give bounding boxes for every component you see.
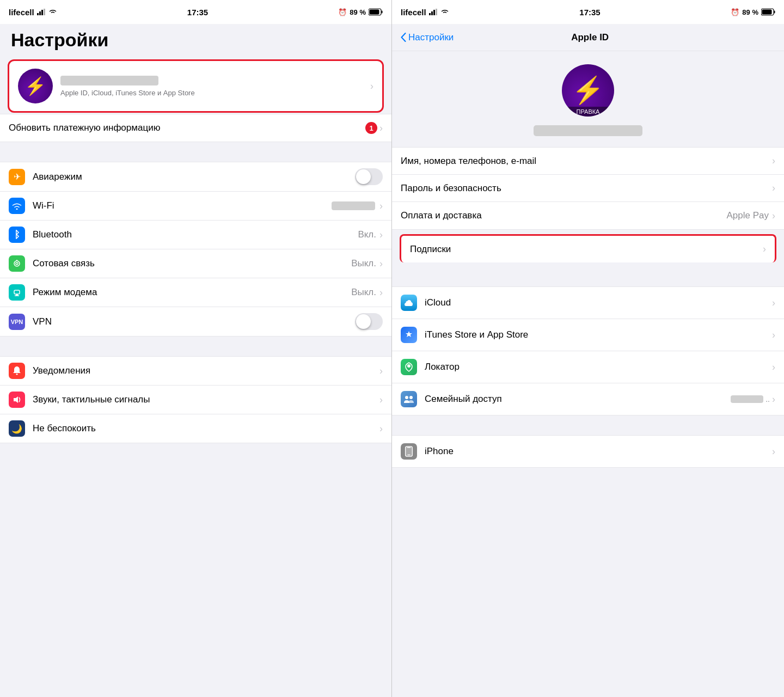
row-password-label: Пароль и безопасность xyxy=(401,183,772,194)
row-payment-value: Apple Pay xyxy=(727,210,769,221)
profile-section: ⚡ ПРАВКА xyxy=(392,51,784,147)
icloud-icon xyxy=(404,299,414,307)
row-notifications[interactable]: Уведомления › xyxy=(0,357,391,386)
row-icloud[interactable]: iCloud › xyxy=(392,287,784,319)
right-panel: lifecell 17:35 ⏰ 89 % xyxy=(392,0,784,697)
left-panel: lifecell 17:35 ⏰ 89 % xyxy=(0,0,392,697)
update-payment-label: Обновить платежную информацию xyxy=(9,123,361,133)
hotspot-icon-box xyxy=(9,284,25,301)
row-findmy[interactable]: Локатор › xyxy=(392,351,784,383)
carrier-right: lifecell xyxy=(401,8,426,17)
badge-count: 1 xyxy=(365,122,377,134)
row-bluetooth[interactable]: ᛒ Bluetooth Вкл. › xyxy=(0,221,391,249)
battery-icon-right xyxy=(761,8,775,16)
battery-icon-left xyxy=(369,8,383,16)
row-sounds[interactable]: Звуки, тактильные сигналы › xyxy=(0,386,391,414)
left-time: 17:35 xyxy=(187,8,208,17)
family-value-blurred xyxy=(731,395,763,403)
dnd-chevron: › xyxy=(379,423,383,435)
subscriptions-row[interactable]: Подписки › xyxy=(400,234,776,262)
row-payment-label: Оплата и доставка xyxy=(401,210,727,221)
vpn-icon-box: VPN xyxy=(9,314,25,330)
apple-id-info: Apple ID, iCloud, iTunes Store и App Sto… xyxy=(60,76,363,97)
row-bluetooth-label: Bluetooth xyxy=(33,229,358,240)
apple-id-card[interactable]: ⚡ Apple ID, iCloud, iTunes Store и App S… xyxy=(8,59,384,113)
right-status-left: lifecell xyxy=(401,8,449,17)
profile-edit-label[interactable]: ПРАВКА xyxy=(562,107,614,117)
row-iphone-label: iPhone xyxy=(425,446,772,457)
airplane-toggle[interactable] xyxy=(355,168,383,185)
wifi-icon-left xyxy=(48,9,57,15)
svg-rect-28 xyxy=(407,454,410,455)
vpn-toggle[interactable] xyxy=(355,313,383,330)
svg-rect-0 xyxy=(37,13,39,15)
row-vpn[interactable]: VPN VPN xyxy=(0,307,391,336)
back-label: Настройки xyxy=(408,32,454,43)
airplane-icon-box: ✈ xyxy=(9,169,25,185)
update-payment-row[interactable]: Обновить платежную информацию 1 › xyxy=(0,114,391,142)
row-findmy-label: Локатор xyxy=(425,362,772,372)
svg-rect-3 xyxy=(44,9,45,15)
wifi-value-blurred xyxy=(332,201,375,210)
svg-rect-16 xyxy=(429,13,431,15)
update-payment-chevron: › xyxy=(379,123,383,134)
wifi-icon-right xyxy=(440,9,449,15)
profile-avatar[interactable]: ⚡ ПРАВКА xyxy=(562,64,614,117)
sounds-icon-box xyxy=(9,392,25,408)
left-status-left: lifecell xyxy=(9,8,57,17)
svg-point-7 xyxy=(16,209,18,210)
svg-rect-22 xyxy=(762,10,772,15)
right-time: 17:35 xyxy=(579,8,600,17)
signal-icon-left xyxy=(37,9,46,15)
right-menu-section: Имя, номера телефонов, e-mail › Пароль и… xyxy=(392,147,784,230)
apple-id-name-blurred xyxy=(60,76,158,85)
row-family[interactable]: Семейный доступ .. › xyxy=(392,383,784,415)
cellular-icon xyxy=(12,260,22,267)
icloud-icon-box xyxy=(401,295,417,311)
row-findmy-chevron: › xyxy=(772,362,775,373)
right-status-bar: lifecell 17:35 ⏰ 89 % xyxy=(392,0,784,24)
notifications-chevron: › xyxy=(379,365,383,377)
signal-icon-right xyxy=(429,9,438,15)
right-gap-2 xyxy=(392,415,784,435)
row-itunes-label: iTunes Store и App Store xyxy=(425,329,772,340)
left-status-right: ⏰ 89 % xyxy=(338,8,383,16)
row-dnd[interactable]: 🌙 Не беспокоить › xyxy=(0,414,391,443)
svg-rect-11 xyxy=(14,290,20,294)
cellular-chevron: › xyxy=(379,258,383,270)
back-button[interactable]: Настройки xyxy=(401,32,454,43)
hotspot-icon xyxy=(12,288,22,297)
alarm-icon-right: ⏰ xyxy=(731,8,739,16)
iphone-device-icon xyxy=(405,446,413,457)
bell-icon xyxy=(13,366,21,376)
bluetooth-chevron: › xyxy=(379,229,383,241)
sounds-chevron: › xyxy=(379,394,383,406)
update-payment-right: 1 › xyxy=(361,122,383,134)
row-password[interactable]: Пароль и безопасность › xyxy=(392,175,784,202)
row-airplane[interactable]: ✈ Авиарежим xyxy=(0,162,391,192)
dnd-icon-box: 🌙 xyxy=(9,420,25,437)
row-payment[interactable]: Оплата и доставка Apple Pay › xyxy=(392,202,784,229)
subscriptions-label: Подписки xyxy=(410,244,763,255)
apple-id-subtitle: Apple ID, iCloud, iTunes Store и App Sto… xyxy=(60,89,363,97)
battery-text-right: 89 % xyxy=(742,8,758,16)
svg-point-9 xyxy=(16,262,18,265)
row-password-chevron: › xyxy=(772,182,775,194)
row-cellular[interactable]: Сотовая связь Выкл. › xyxy=(0,249,391,278)
family-icon-box xyxy=(401,391,417,407)
row-wifi-label: Wi-Fi xyxy=(33,200,332,211)
row-iphone[interactable]: iPhone › xyxy=(392,436,784,467)
profile-name-blurred xyxy=(534,125,642,136)
row-name-phones[interactable]: Имя, номера телефонов, e-mail › xyxy=(392,148,784,175)
row-hotspot[interactable]: Режим модема Выкл. › xyxy=(0,278,391,307)
appstore-icon-box xyxy=(401,327,417,343)
row-cellular-value: Выкл. xyxy=(351,258,376,269)
row-wifi[interactable]: Wi-Fi › xyxy=(0,192,391,221)
nav-bar: Настройки Apple ID xyxy=(392,24,784,51)
row-itunes[interactable]: iTunes Store и App Store › xyxy=(392,319,784,351)
cellular-icon-box xyxy=(9,255,25,272)
row-airplane-label: Авиарежим xyxy=(33,172,355,182)
section-gap-2 xyxy=(0,337,391,356)
svg-rect-2 xyxy=(41,10,43,15)
avatar: ⚡ xyxy=(18,69,53,103)
